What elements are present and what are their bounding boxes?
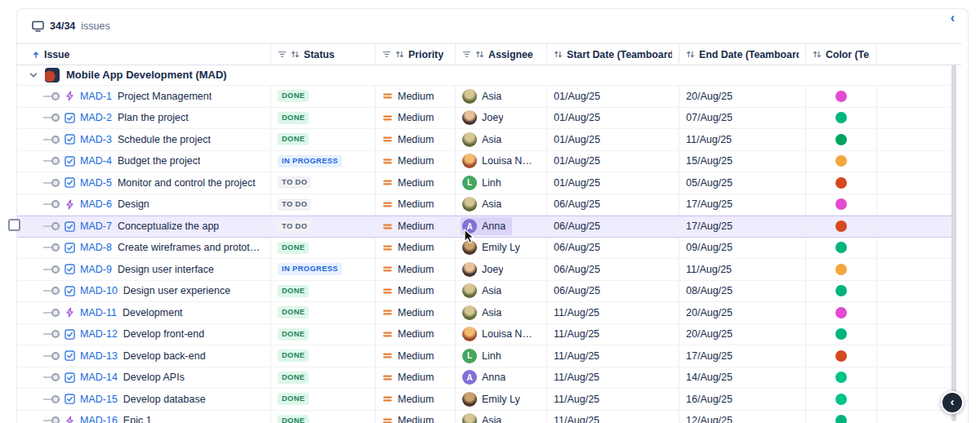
priority-label[interactable]: Medium: [398, 415, 434, 423]
issue-summary[interactable]: Schedule the project: [118, 134, 211, 145]
end-date-cell[interactable]: 11/Aug/25: [679, 259, 805, 280]
drag-handle-dot[interactable]: [51, 309, 60, 317]
issue-key-link[interactable]: MAD-14: [80, 372, 118, 383]
assignee-chip[interactable]: Asia: [461, 412, 508, 423]
assignee-chip[interactable]: Asia: [461, 131, 508, 149]
issue-row-mad-9[interactable]: MAD-9Design user interfaceIN PROGRESSMed…: [17, 259, 953, 281]
issue-key-link[interactable]: MAD-6: [80, 198, 112, 210]
assignee-chip[interactable]: AAnna: [461, 368, 512, 386]
column-header-end[interactable]: End Date (Teamboard): [679, 44, 805, 65]
drag-handle-dot[interactable]: [51, 136, 60, 144]
drag-handle-dot[interactable]: [51, 330, 60, 338]
start-date-cell[interactable]: 11/Aug/25: [546, 324, 679, 345]
issue-row-mad-11[interactable]: MAD-11DevelopmentDONEMediumAsia11/Aug/25…: [17, 302, 953, 324]
drag-handle-dot[interactable]: [51, 416, 60, 423]
issue-key-link[interactable]: MAD-16: [80, 415, 118, 423]
issue-summary[interactable]: Epic 1: [123, 415, 152, 423]
issue-key-link[interactable]: MAD-2: [80, 112, 112, 123]
start-date-cell[interactable]: 11/Aug/25: [546, 411, 679, 423]
column-header-assignee[interactable]: Assignee: [455, 44, 546, 65]
start-date-cell[interactable]: 01/Aug/25: [546, 108, 679, 129]
sort-icon[interactable]: [686, 50, 695, 59]
issue-key-link[interactable]: MAD-15: [80, 394, 118, 405]
issue-row-mad-8[interactable]: MAD-8Create wireframes and prototypesDON…: [17, 238, 953, 260]
issue-summary[interactable]: Develop back-end: [123, 350, 206, 362]
status-badge[interactable]: DONE: [278, 285, 309, 297]
assignee-chip[interactable]: LLinh: [461, 347, 508, 365]
issue-key-link[interactable]: MAD-3: [80, 134, 112, 145]
start-date-cell[interactable]: 11/Aug/25: [546, 302, 679, 323]
assignee-chip[interactable]: Asia: [461, 304, 508, 322]
assignee-chip[interactable]: Asia: [461, 282, 508, 300]
issue-row-mad-4[interactable]: MAD-4Budget the projectIN PROGRESSMedium…: [17, 151, 953, 173]
issue-key-link[interactable]: MAD-8: [80, 242, 112, 253]
priority-label[interactable]: Medium: [398, 307, 434, 318]
priority-label[interactable]: Medium: [398, 155, 434, 167]
end-date-cell[interactable]: 12/Aug/25: [679, 411, 805, 423]
status-badge[interactable]: DONE: [278, 393, 309, 405]
drag-handle-dot[interactable]: [51, 287, 60, 295]
drag-handle-dot[interactable]: [51, 92, 60, 100]
color-dot[interactable]: [835, 350, 847, 362]
start-date-cell[interactable]: 01/Aug/25: [546, 172, 679, 194]
assignee-chip[interactable]: Asia: [461, 195, 508, 213]
end-date-cell[interactable]: 09/Aug/25: [679, 238, 805, 259]
priority-label[interactable]: Medium: [398, 112, 434, 123]
row-checkbox[interactable]: [8, 219, 20, 231]
color-dot[interactable]: [835, 372, 847, 383]
start-date-cell[interactable]: 11/Aug/25: [546, 345, 679, 367]
issue-row-mad-3[interactable]: MAD-3Schedule the projectDONEMediumAsia0…: [17, 129, 953, 151]
status-badge[interactable]: DONE: [278, 328, 309, 341]
status-badge[interactable]: DONE: [278, 306, 309, 318]
drag-handle-dot[interactable]: [51, 373, 60, 381]
start-date-cell[interactable]: 11/Aug/25: [546, 367, 679, 389]
drag-handle-dot[interactable]: [51, 222, 60, 230]
end-date-cell[interactable]: 15/Aug/25: [679, 151, 805, 172]
issue-row-mad-13[interactable]: MAD-13Develop back-endDONEMediumLLinh11/…: [17, 345, 953, 367]
color-dot[interactable]: [835, 242, 847, 253]
drag-handle-dot[interactable]: [51, 179, 60, 187]
issue-row-mad-2[interactable]: MAD-2Plan the projectDONEMediumJoey01/Au…: [17, 108, 953, 130]
column-header-color[interactable]: Color (Te...: [805, 44, 877, 65]
start-date-cell[interactable]: 06/Aug/25: [546, 259, 679, 280]
status-badge[interactable]: TO DO: [278, 220, 311, 233]
priority-label[interactable]: Medium: [398, 91, 434, 102]
status-badge[interactable]: DONE: [278, 350, 309, 362]
color-dot[interactable]: [835, 198, 847, 210]
sorted-asc-icon[interactable]: [32, 51, 40, 59]
filter-icon[interactable]: [382, 50, 391, 59]
color-dot[interactable]: [835, 415, 847, 423]
start-date-cell[interactable]: 06/Aug/25: [546, 216, 679, 237]
assignee-chip[interactable]: Asia: [461, 87, 508, 105]
collapse-chevron-icon[interactable]: ‹: [951, 11, 955, 25]
assignee-chip[interactable]: Joey: [461, 109, 510, 127]
color-dot[interactable]: [835, 220, 847, 232]
status-badge[interactable]: DONE: [278, 242, 309, 254]
status-badge[interactable]: TO DO: [278, 176, 311, 189]
start-date-cell[interactable]: 01/Aug/25: [546, 86, 679, 107]
assignee-chip[interactable]: Joey: [461, 260, 510, 278]
issue-summary[interactable]: Design: [118, 198, 149, 210]
priority-label[interactable]: Medium: [398, 220, 434, 232]
vertical-scrollbar[interactable]: [951, 65, 956, 421]
column-header-status[interactable]: Status: [270, 44, 375, 65]
color-dot[interactable]: [835, 264, 847, 275]
color-dot[interactable]: [835, 394, 847, 405]
issue-row-mad-1[interactable]: MAD-1Project ManagementDONEMediumAsia01/…: [17, 86, 953, 108]
end-date-cell[interactable]: 05/Aug/25: [679, 172, 805, 194]
status-badge[interactable]: DONE: [278, 415, 309, 423]
issue-key-link[interactable]: MAD-13: [80, 350, 118, 362]
color-dot[interactable]: [835, 307, 847, 318]
end-date-cell[interactable]: 16/Aug/25: [679, 389, 805, 410]
end-date-cell[interactable]: 20/Aug/25: [679, 324, 805, 345]
end-date-cell[interactable]: 17/Aug/25: [679, 194, 805, 216]
issue-row-mad-7[interactable]: MAD-7Conceptualize the appTO DOMediumAAn…: [17, 216, 953, 238]
drag-handle-dot[interactable]: [51, 395, 60, 403]
end-date-cell[interactable]: 17/Aug/25: [679, 345, 805, 367]
issue-summary[interactable]: Design user interface: [118, 264, 214, 275]
issue-summary[interactable]: Create wireframes and prototypes: [118, 242, 264, 253]
sort-icon[interactable]: [475, 50, 484, 59]
issue-summary[interactable]: Develop APIs: [123, 372, 185, 383]
color-dot[interactable]: [835, 155, 847, 167]
color-dot[interactable]: [835, 177, 847, 189]
